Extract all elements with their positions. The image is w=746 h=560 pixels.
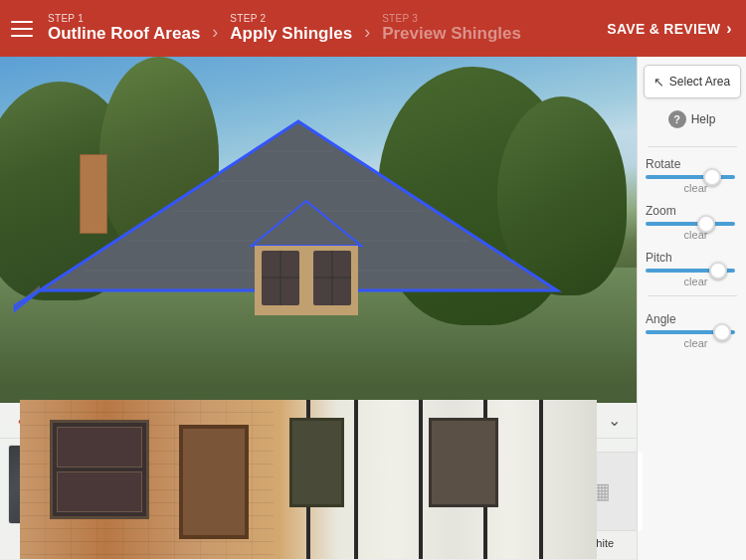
pitch-clear[interactable]: clear (676, 276, 708, 287)
angle-label: Angle (646, 312, 676, 326)
step-3[interactable]: Step 3 Preview Shingles (382, 13, 521, 44)
svg-marker-10 (15, 290, 40, 310)
panel-divider-1 (648, 146, 737, 147)
hamburger-line-3 (11, 35, 33, 37)
step-arrow-2: › (364, 22, 370, 43)
select-area-label: Select Area (669, 75, 730, 89)
zoom-label: Zoom (646, 204, 676, 218)
pitch-slider[interactable] (646, 269, 735, 273)
angle-control: Angle (638, 306, 746, 336)
half-timber-section (274, 400, 597, 559)
rotate-clear[interactable]: clear (676, 182, 708, 194)
step-2-title: Apply Shingles (230, 24, 352, 44)
window-right-1 (289, 418, 344, 507)
help-button[interactable]: ? Help (644, 104, 741, 134)
timber-3 (419, 400, 423, 559)
step-1-title: Outline Roof Areas (48, 24, 200, 44)
rotate-slider[interactable] (646, 175, 735, 179)
pitch-control: Pitch (638, 245, 746, 275)
window-right-2 (429, 418, 498, 507)
zoom-thumb[interactable] (697, 215, 715, 233)
menu-button[interactable] (0, 0, 44, 57)
zoom-slider[interactable] (646, 222, 735, 226)
save-review-button[interactable]: SAVE & REVIEW › (593, 0, 746, 57)
house-photo (0, 57, 637, 559)
step-arrow-1: › (212, 22, 218, 43)
hamburger-line-1 (11, 21, 33, 23)
help-circle-icon: ? (668, 110, 686, 128)
rotate-thumb[interactable] (703, 168, 721, 186)
steps-nav: Step 1 Outline Roof Areas › Step 2 Apply… (44, 13, 593, 44)
header: Step 1 Outline Roof Areas › Step 2 Apply… (0, 0, 746, 57)
step-3-number: Step 3 (382, 13, 418, 24)
angle-clear[interactable]: clear (676, 337, 708, 349)
save-review-label: SAVE & REVIEW (607, 21, 720, 37)
angle-thumb[interactable] (713, 323, 731, 341)
step-2[interactable]: Step 2 Apply Shingles (230, 13, 352, 44)
timber-2 (354, 400, 358, 559)
timber-5 (539, 400, 543, 559)
select-area-button[interactable]: ↖ Select Area (644, 65, 741, 98)
window-left (50, 420, 149, 519)
panel-divider-2 (648, 295, 737, 296)
pitch-thumb[interactable] (709, 262, 727, 280)
hamburger-line-2 (11, 28, 33, 30)
chimney (80, 154, 107, 234)
nav-collapse-button[interactable]: ⌄ (599, 403, 629, 439)
angle-slider[interactable] (646, 330, 735, 334)
step-1-number: Step 1 (48, 13, 84, 24)
dormer-svg (247, 196, 366, 325)
center-door (179, 425, 249, 539)
cursor-icon: ↖ (653, 75, 664, 90)
step-3-title: Preview Shingles (382, 24, 521, 44)
svg-marker-11 (252, 201, 361, 246)
help-label: Help (691, 112, 716, 126)
save-review-chevron-icon: › (726, 20, 732, 38)
step-2-number: Step 2 (230, 13, 266, 24)
house-body (20, 400, 597, 559)
right-panel: ↖ Select Area ? Help Rotate clear Zoom c… (637, 57, 746, 560)
rotate-control: Rotate (638, 151, 746, 181)
zoom-control: Zoom (638, 198, 746, 228)
pitch-label: Pitch (646, 251, 672, 265)
rotate-label: Rotate (646, 157, 680, 171)
step-1[interactable]: Step 1 Outline Roof Areas (48, 13, 200, 44)
